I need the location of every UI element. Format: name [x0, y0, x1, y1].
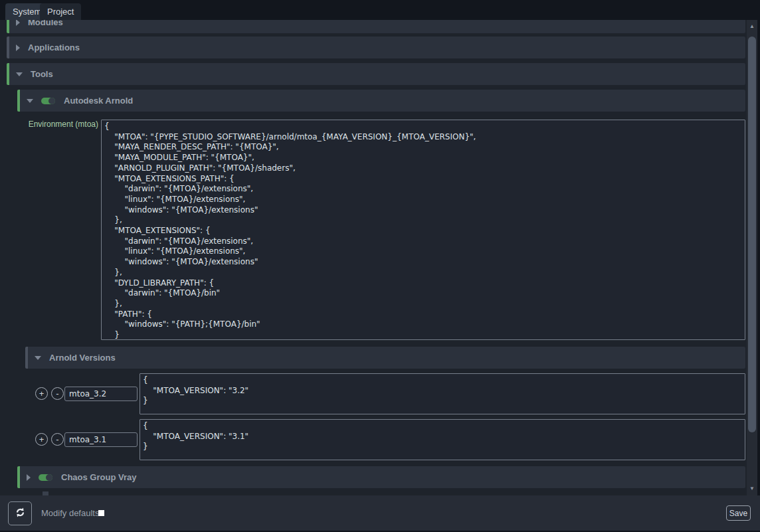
remove-version-button[interactable]: - [51, 433, 64, 446]
toggle-knob-icon [46, 474, 52, 481]
remove-version-button[interactable]: - [51, 387, 64, 400]
section-header-autodesk-arnold[interactable]: Autodesk Arnold [17, 90, 745, 112]
toggle-knob-icon [48, 98, 55, 104]
scroll-up-icon[interactable]: ▲ [747, 21, 757, 32]
save-button[interactable]: Save [726, 505, 751, 521]
section-title-arnold-versions: Arnold Versions [49, 353, 116, 363]
modify-defaults-checkbox[interactable] [98, 510, 104, 516]
section-header-modules[interactable]: Modules [7, 20, 745, 33]
collapse-down-icon[interactable] [27, 99, 33, 103]
version-environment-textarea[interactable]: { "MTOA_VERSION": "3.2" } [140, 373, 745, 414]
expand-right-icon[interactable] [16, 20, 20, 26]
version-name-input[interactable] [64, 432, 138, 447]
section-header-arnold-versions[interactable]: Arnold Versions [25, 347, 745, 369]
settings-scroll-area: Modules Applications Tools Autodesk Arno… [0, 20, 757, 495]
version-environment-textarea[interactable]: { "MTOA_VERSION": "3.1" } [140, 419, 745, 460]
version-name-input[interactable] [64, 387, 138, 401]
refresh-icon [15, 507, 26, 520]
footer-bar: Modify defaults Save [0, 495, 760, 531]
collapse-down-icon[interactable] [35, 356, 41, 360]
add-version-button[interactable]: + [35, 387, 48, 400]
section-header-chaos-group-vray[interactable]: Chaos Group Vray [17, 466, 745, 488]
environment-mtoa-textarea[interactable]: { "MTOA": "{PYPE_STUDIO_SOFTWARE}/arnold… [101, 120, 745, 340]
tab-bar: System Project [0, 0, 760, 20]
collapse-down-icon[interactable] [16, 72, 23, 76]
expand-right-icon[interactable] [27, 474, 31, 481]
add-version-button[interactable]: + [35, 433, 48, 446]
vray-enabled-toggle[interactable] [39, 474, 52, 481]
modify-defaults-label: Modify defaults [41, 495, 99, 531]
section-title-autodesk-arnold: Autodesk Arnold [64, 96, 133, 106]
scrollbar-thumb[interactable] [748, 37, 756, 432]
section-title-tools: Tools [31, 69, 53, 79]
section-title-applications: Applications [28, 43, 80, 52]
vertical-scrollbar[interactable]: ▲ ▼ [747, 20, 757, 495]
arnold-enabled-toggle[interactable] [41, 98, 55, 104]
section-header-tools[interactable]: Tools [7, 63, 745, 85]
section-header-applications[interactable]: Applications [7, 37, 745, 58]
section-title-chaos-group-vray: Chaos Group Vray [61, 472, 136, 482]
refresh-button[interactable] [8, 501, 32, 525]
environment-mtoa-label: Environment (mtoa) [7, 120, 98, 129]
section-title-modules: Modules [28, 20, 63, 27]
scroll-down-icon[interactable]: ▼ [747, 484, 757, 494]
expand-right-icon[interactable] [16, 44, 20, 51]
tab-project[interactable]: Project [40, 3, 81, 20]
